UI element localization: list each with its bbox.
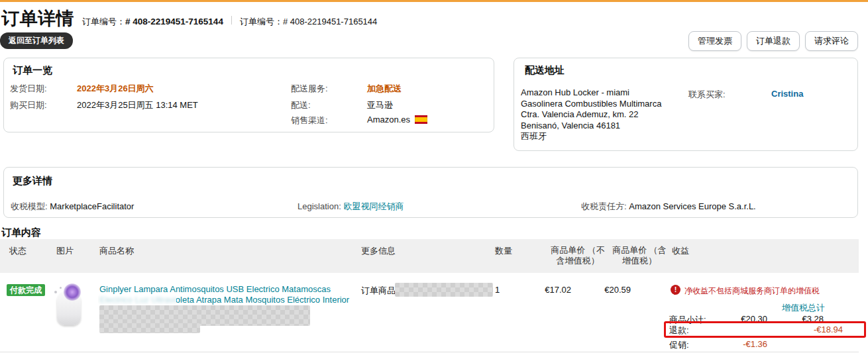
col-image: 图片 [56,245,74,257]
col-product: 商品名称 [99,245,134,257]
carrier-value: 亚马逊 [367,99,393,111]
purchase-date-value: 2022年3月25日周五 13:14 MET [77,99,198,111]
top-accent-bar [0,0,868,2]
item-quantity: 1 [495,285,500,295]
shipping-address-title: 配送地址 [525,64,565,77]
item-price-excl-vat: €17.02 [512,285,571,295]
address-line: Benisanó, Valencia 46181 [521,121,661,132]
promo-amount: -€1.36 [701,339,767,349]
col-unit-price-excl: 商品单价 （不含增值税） [548,245,608,266]
order-details-page: 订单详情 订单编号：# 408-2219451-7165144 订单编号：# 4… [0,0,868,355]
refund-amount: -€18.94 [777,325,843,334]
delivery-service-value: 加急配送 [367,83,402,95]
tax-party-value: Amazon Services Europe S.a.r.L. [629,201,755,211]
promo-label: 促销: [669,339,689,351]
order-number-value: # 408-2219451-7165144 [283,17,377,26]
purchase-date-label: 购买日期: [10,99,47,111]
lamp-glow [64,283,81,301]
order-number-secondary: 订单编号：# 408-2219451-7165144 [240,16,377,28]
more-details-panel: 更多详情 收税模型: MarketplaceFacilitator Legisl… [3,167,858,218]
page-header: 订单详情 订单编号：# 408-2219451-7165144 订单编号：# 4… [1,7,377,30]
tax-model-value: MarketplaceFacilitator [50,201,134,211]
order-refund-button[interactable]: 订单退款 [747,31,800,51]
col-unit-price-incl: 商品单价 （含增值税） [610,245,669,266]
tax-party-label: 收税责任方: [581,201,627,211]
revenue-warning: 净收益不包括商城服务商订单的增值税 [684,285,820,297]
sales-channel: Amazon.es [367,115,427,125]
delivery-service-label: 配送服务: [291,83,328,95]
redaction-box [99,323,200,333]
order-overview-panel: 订单一览 发货日期: 2022年3月26日周六 购买日期: 2022年3月25日… [3,58,494,132]
address-line: Gasolinera Combustibles Multimarca [521,99,661,110]
table-header: 状态 图片 商品名称 更多信息 数量 商品单价 （不含增值税） 商品单价 （含增… [0,239,859,273]
refund-label: 退款: [669,325,689,336]
legislation-label: Legislation: [298,201,341,211]
redaction-box [395,283,493,297]
col-more-info: 更多信息 [361,245,396,257]
ship-date-label: 发货日期: [10,83,47,95]
lamp-dot [54,291,57,293]
shipping-address-block: Amazon Hub Locker - miami Gasolinera Com… [521,87,661,142]
redaction-blur [98,294,176,305]
carrier-label: 配送: [291,99,311,111]
order-number-label: 订单编号： [82,17,125,26]
spain-flag-icon [415,115,427,124]
status-badge: 付款完成 [7,284,45,296]
shipping-address-panel: 配送地址 Amazon Hub Locker - miami Gasoliner… [514,58,858,151]
tax-model-label: 收税模型: [11,201,48,211]
bottom-divider [0,352,859,352]
vat-total-header: 增值税总计 [759,302,825,314]
page-title: 订单详情 [1,7,74,30]
product-image [50,283,87,328]
tax-party-field: 收税责任方: Amazon Services Europe S.a.r.L. [581,201,756,213]
sales-channel-value: Amazon.es [367,115,410,125]
request-review-button[interactable]: 请求评论 [805,31,858,51]
contact-buyer-label: 联系买家: [688,89,726,101]
col-unit-price-incl-line1: 商品单价 [612,245,647,255]
alert-icon: ! [671,285,680,295]
order-number-primary: 订单编号：# 408-2219451-7165144 [82,16,223,28]
legislation-link[interactable]: 欧盟视同经销商 [343,201,404,211]
contact-buyer-link[interactable]: Cristina [771,89,803,99]
order-number-value: # 408-2219451-7165144 [125,17,223,26]
tax-model-field: 收税模型: MarketplaceFacilitator [11,201,134,213]
header-actions: 管理发票 订单退款 请求评论 [688,31,858,51]
col-status: 状态 [9,245,27,257]
col-unit-price-excl-line1: 商品单价 [551,245,585,255]
order-contents-title: 订单内容 [1,227,41,239]
more-details-title: 更多详情 [13,175,52,187]
manage-invoice-button[interactable]: 管理发票 [688,31,741,51]
address-line: Amazon Hub Locker - miami [521,87,661,99]
back-to-orders-button[interactable]: 返回至订单列表 [0,32,73,49]
ship-date-value: 2022年3月26日周六 [77,83,154,95]
separator [231,16,232,25]
lamp-dot [60,287,62,289]
sales-channel-label: 销售渠道: [291,115,328,127]
col-quantity: 数量 [495,245,512,257]
address-line: Ctra. Valencia Ademuz, km. 22 [521,109,661,121]
order-item-status: 付款完成 [7,285,45,296]
order-number-label: 订单编号： [240,17,283,26]
col-revenue: 收益 [672,245,689,257]
address-line: 西班牙 [521,131,661,142]
order-overview-title: 订单一览 [13,64,52,77]
legislation-field: Legislation: 欧盟视同经销商 [298,201,404,213]
item-price-incl-vat: €20.59 [571,285,631,295]
